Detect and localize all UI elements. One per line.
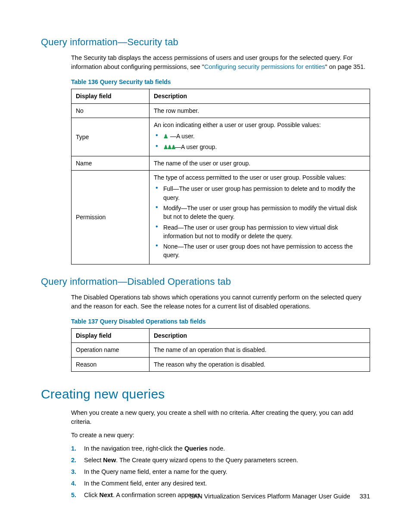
table-header-row: Display field Description <box>72 328 370 342</box>
table-caption-137: Table 137 Query Disabled Operations tab … <box>71 317 370 326</box>
step-item: In the Comment field, enter any desired … <box>71 479 370 488</box>
perm-bullet: Read—The user or user group has permissi… <box>154 223 365 241</box>
cell-desc: An icon indicating either a user or user… <box>149 118 370 156</box>
step-text: . The Create query wizard opens to the Q… <box>116 457 298 464</box>
step-item: In the Query name field, enter a name fo… <box>71 467 370 476</box>
step-bold: Next <box>99 492 112 498</box>
table-row: Permission The type of access permitted … <box>72 171 370 264</box>
xref-link-configuring-security[interactable]: Configuring security permissions for ent… <box>204 63 325 70</box>
intro-paragraph: The Disabled Operations tab shows which … <box>71 293 370 311</box>
perm-bullet: Full—The user or user group has permissi… <box>154 184 365 202</box>
step-bold: Queries <box>184 445 208 452</box>
type-group-text: —A user group. <box>175 143 217 150</box>
cell-field: Type <box>72 118 149 156</box>
perm-bullet: Modify—The user or user group has permis… <box>154 204 365 221</box>
intro-paragraph: The Security tab displays the access per… <box>71 53 370 72</box>
step-text: Select <box>84 457 103 464</box>
type-user-text: —A user. <box>170 133 195 140</box>
table-disabled-ops-fields: Display field Description Operation name… <box>71 328 370 372</box>
type-user-item: ♟ —A user. <box>154 132 365 141</box>
th-description: Description <box>149 89 370 103</box>
cell-field: Permission <box>72 171 149 264</box>
creating-p1: When you create a new query, you create … <box>71 408 370 426</box>
heading-creating-queries: Creating new queries <box>41 385 370 404</box>
perm-intro: The type of access permitted to the user… <box>154 174 346 181</box>
step-text: In the navigation tree, right-click the <box>84 445 184 452</box>
footer-title: SAN Virtualization Services Platform Man… <box>190 493 350 500</box>
perm-bullet: None—The user or user group does not hav… <box>154 242 365 260</box>
footer-page-number: 331 <box>360 493 370 500</box>
th-description: Description <box>149 328 370 342</box>
step-text: Click <box>84 492 99 498</box>
table-caption-136: Table 136 Query Security tab fields <box>71 78 370 86</box>
type-group-item: ♟♟♟—A user group. <box>154 143 365 152</box>
cell-desc: The reason why the operation is disabled… <box>149 357 370 371</box>
step-item: In the navigation tree, right-click the … <box>71 444 370 453</box>
user-icon: ♟ <box>163 133 168 140</box>
table-header-row: Display field Description <box>72 89 370 103</box>
cell-field: No <box>72 103 149 118</box>
table-row: Type An icon indicating either a user or… <box>72 118 370 156</box>
table-row: No The row number. <box>72 103 370 118</box>
creating-p2: To create a new query: <box>71 431 370 440</box>
th-display-field: Display field <box>72 89 149 103</box>
table-row: Reason The reason why the operation is d… <box>72 357 370 371</box>
step-item: Select New. The Create query wizard open… <box>71 456 370 465</box>
table-row: Name The name of the user or user group. <box>72 156 370 170</box>
type-intro: An icon indicating either a user or user… <box>154 121 321 128</box>
heading-disabled-ops-tab: Query information—Disabled Operations ta… <box>41 275 370 289</box>
cell-desc: The row number. <box>149 103 370 118</box>
cell-field: Name <box>72 156 149 170</box>
user-group-icon: ♟♟♟ <box>163 144 175 150</box>
th-display-field: Display field <box>72 328 149 342</box>
intro-text-post: " on page 351. <box>325 63 365 70</box>
cell-desc: The name of an operation that is disable… <box>149 343 370 357</box>
step-bold: New <box>103 457 116 464</box>
table-row: Operation name The name of an operation … <box>72 343 370 357</box>
cell-desc: The type of access permitted to the user… <box>149 171 370 264</box>
page-footer: SAN Virtualization Services Platform Man… <box>190 492 370 501</box>
heading-security-tab: Query information—Security tab <box>41 35 370 49</box>
table-security-fields: Display field Description No The row num… <box>71 89 370 264</box>
cell-field: Reason <box>72 357 149 371</box>
cell-desc: The name of the user or user group. <box>149 156 370 170</box>
step-text: . A confirmation screen appears. <box>113 492 202 498</box>
step-text: node. <box>208 445 225 452</box>
cell-field: Operation name <box>72 343 149 357</box>
